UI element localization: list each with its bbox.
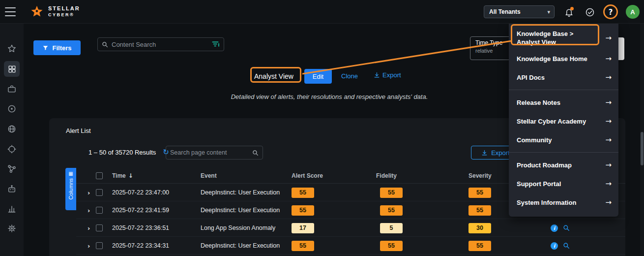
hamburger-menu-icon[interactable] xyxy=(5,7,16,16)
sort-desc-icon: ↓ xyxy=(128,172,133,179)
sidebar-item-favorites[interactable] xyxy=(4,41,20,57)
page-search-input[interactable] xyxy=(170,149,249,156)
menu-item-academy[interactable]: Stellar Cyber Academy → xyxy=(509,112,618,130)
cell-event: DeepInstinct: User Execution xyxy=(201,184,280,201)
download-icon xyxy=(374,72,380,78)
check-circle-icon xyxy=(585,7,595,17)
tasks-status-button[interactable] xyxy=(585,7,595,18)
column-header-fidelity[interactable]: Fidelity xyxy=(376,168,397,184)
arrow-right-icon: → xyxy=(605,179,612,188)
menu-item-product-roadmap[interactable]: Product Roadmap → xyxy=(509,156,618,174)
row-checkbox[interactable] xyxy=(96,201,103,219)
sidebar-item-threat-hunting[interactable] xyxy=(4,121,20,137)
column-header-time[interactable]: Time ↓ xyxy=(112,168,133,184)
column-header-event[interactable]: Event xyxy=(201,168,217,184)
menu-item-label: API Docs xyxy=(517,73,545,82)
info-icon[interactable]: i xyxy=(551,224,558,232)
user-avatar[interactable]: A xyxy=(626,5,640,19)
row-checkbox[interactable] xyxy=(96,237,103,255)
content-search-input[interactable] xyxy=(112,41,208,48)
sidebar-item-settings[interactable] xyxy=(4,221,20,236)
arrow-right-icon: → xyxy=(605,33,612,42)
arrow-right-icon: → xyxy=(605,73,612,82)
chevron-down-icon: ▾ xyxy=(547,9,550,15)
export-view-button[interactable]: Export xyxy=(374,71,401,79)
cell-event: DeepInstinct: User Execution xyxy=(201,201,280,219)
sidebar-item-reports[interactable] xyxy=(4,201,20,217)
row-search-icon[interactable] xyxy=(563,224,570,231)
grid-icon: ▦ xyxy=(68,171,73,176)
menu-item-system-information[interactable]: System Information → xyxy=(509,193,618,212)
expand-row-icon[interactable]: › xyxy=(88,237,90,255)
help-button[interactable]: ? xyxy=(605,7,616,18)
arrow-right-icon: → xyxy=(605,198,612,207)
scrollbar-thumb[interactable] xyxy=(641,132,644,165)
export-view-label: Export xyxy=(382,71,401,79)
severity-badge: 55 xyxy=(468,188,491,198)
menu-item-community[interactable]: Community → xyxy=(509,130,618,149)
search-icon xyxy=(102,41,108,48)
expand-row-icon[interactable]: › xyxy=(88,201,90,219)
menu-item-kb-home[interactable]: Knowledge Base Home → xyxy=(509,49,618,68)
avatar-initial: A xyxy=(630,8,635,16)
row-search-icon[interactable] xyxy=(563,242,570,249)
menu-item-label: Release Notes xyxy=(517,98,560,107)
briefcase-icon xyxy=(7,84,17,94)
expand-row-icon[interactable]: › xyxy=(88,219,90,237)
dashboard-icon xyxy=(7,64,17,74)
export-results-label: Export xyxy=(491,149,510,157)
row-checkbox[interactable] xyxy=(96,184,103,201)
robot-icon xyxy=(7,184,17,194)
column-header-time-label: Time xyxy=(112,172,126,179)
globe-icon xyxy=(7,124,17,134)
search-icon[interactable] xyxy=(252,150,259,156)
content-search-box xyxy=(97,37,224,51)
stellar-cyber-logo-icon xyxy=(29,4,44,19)
arrow-right-icon: → xyxy=(605,54,612,63)
column-header-severity[interactable]: Severity xyxy=(468,168,492,184)
tenant-selector[interactable]: All Tenants ▾ xyxy=(484,5,555,18)
sidebar-item-investigate[interactable] xyxy=(4,141,20,157)
menu-item-api-docs[interactable]: API Docs → xyxy=(509,68,618,87)
view-description: Detailed view of alerts, their resolutio… xyxy=(147,93,511,100)
alert-score-badge: 55 xyxy=(292,188,314,198)
column-header-alert-score[interactable]: Alert Score xyxy=(292,168,323,184)
filters-button-label: Filters xyxy=(52,44,71,52)
disc-icon xyxy=(7,104,17,114)
info-icon[interactable]: i xyxy=(551,242,558,250)
cell-time: 2025-07-22 23:36:51 xyxy=(112,219,169,237)
funnel-icon xyxy=(42,45,49,51)
cell-event: Long App Session Anomaly xyxy=(201,219,275,237)
sidebar-item-connectors[interactable] xyxy=(4,161,20,177)
question-mark-icon: ? xyxy=(609,8,613,17)
menu-item-kb-analyst-view[interactable]: Knowledge Base > Analyst View → xyxy=(509,27,618,49)
severity-badge: 30 xyxy=(468,223,491,233)
table-row: › 2025-07-22 23:36:51 Long App Session A… xyxy=(76,219,625,237)
alert-list-title: Alert List xyxy=(66,127,91,134)
menu-item-release-notes[interactable]: Release Notes → xyxy=(509,93,618,112)
arrow-right-icon: → xyxy=(605,117,612,126)
menu-item-label: System Information xyxy=(517,198,576,207)
sidebar-item-dashboards[interactable] xyxy=(4,61,20,77)
page-title: Analyst View xyxy=(254,69,293,84)
sidebar-item-automation[interactable] xyxy=(4,181,20,197)
sidebar-item-cases[interactable] xyxy=(4,81,20,97)
filters-button[interactable]: Filters xyxy=(33,40,81,55)
results-row: 1 – 50 of 35720 Results ↻ xyxy=(88,148,169,157)
fidelity-badge: 55 xyxy=(380,188,403,198)
row-checkbox[interactable] xyxy=(96,219,103,237)
columns-tab[interactable]: ▦ Columns xyxy=(65,168,76,210)
menu-item-label: Knowledge Base > Analyst View xyxy=(517,30,595,46)
fidelity-badge: 55 xyxy=(380,205,403,216)
cell-event: DeepInstinct: User Execution xyxy=(201,237,280,255)
edit-button[interactable]: Edit xyxy=(304,69,332,84)
brand-line2: CYBER® xyxy=(48,12,80,18)
select-all-checkbox[interactable] xyxy=(96,168,103,184)
sidebar-item-detections[interactable] xyxy=(4,101,20,117)
cell-time: 2025-07-22 23:41:59 xyxy=(112,201,169,219)
filter-list-icon[interactable] xyxy=(212,41,220,48)
clone-button[interactable]: Clone xyxy=(341,72,358,80)
expand-row-icon[interactable]: › xyxy=(88,184,90,201)
notifications-bell-button[interactable] xyxy=(563,7,574,18)
menu-item-support-portal[interactable]: Support Portal → xyxy=(509,174,618,193)
